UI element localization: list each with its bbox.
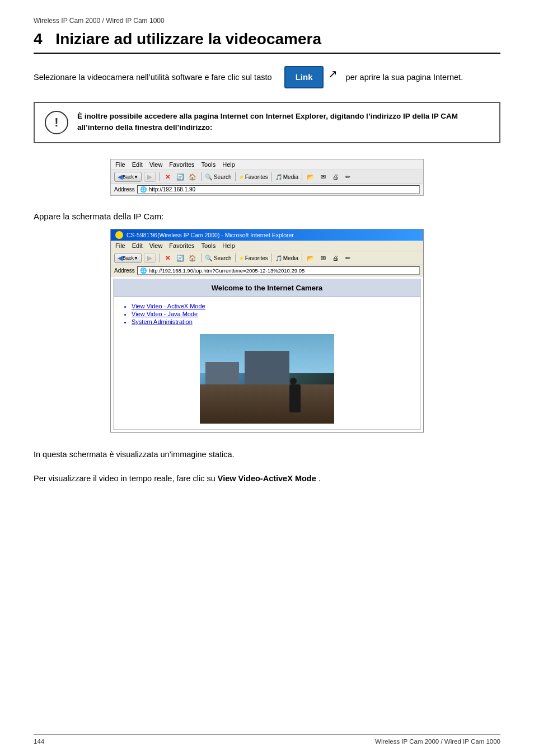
menu-view-2[interactable]: View: [149, 242, 163, 249]
address-value-2: http://192.168.1.90/top.htm?Currenttime=…: [149, 267, 305, 274]
chapter-title-text: Iniziare ad utilizzare la videocamera: [55, 30, 321, 48]
print-icon[interactable]: 🖨: [330, 172, 340, 182]
camera-image: [200, 334, 334, 424]
person-body: [289, 384, 301, 412]
link-button[interactable]: Link: [284, 66, 324, 88]
back-button-2[interactable]: ◀ Back ▼: [114, 253, 142, 263]
chapter-title: 4 Iniziare ad utilizzare la videocamera: [34, 30, 500, 54]
history-icon-2[interactable]: 📂: [306, 253, 316, 263]
paragraph-2: Per visualizzare il video in tempo reale…: [34, 472, 500, 485]
menu-view[interactable]: View: [149, 161, 163, 168]
browser-simple-menubar: File Edit View Favorites Tools Help: [111, 159, 423, 170]
browser-full-toolbar: ◀ Back ▼ ▶ ✕ 🔄 🏠 🔍 Search ★ Favorites: [111, 251, 423, 265]
note-box: ! È inoltre possibile accedere alla pagi…: [34, 102, 500, 143]
sep-c: [235, 253, 236, 262]
intro-before-button: Selezionare la videocamera nell’utilità …: [34, 73, 272, 82]
menu-edit[interactable]: Edit: [132, 161, 143, 168]
camera-links-list: View Video - ActiveX Mode View Video - J…: [121, 303, 413, 325]
stop-button[interactable]: ✕: [163, 172, 173, 182]
link-admin[interactable]: System Administration: [132, 318, 413, 325]
print-icon-2[interactable]: 🖨: [330, 253, 340, 263]
title-bar: CS-5981'96(Wireless IP Cam 2000) - Micro…: [111, 229, 423, 241]
intro-row: Selezionare la videocamera nell’utilità …: [34, 66, 500, 88]
edit-icon[interactable]: ✏: [343, 172, 353, 182]
intro-text: Selezionare la videocamera nell’utilità …: [34, 66, 500, 88]
search-toolbar-button-2[interactable]: 🔍 Search: [205, 255, 232, 262]
separator-2: [201, 172, 202, 181]
favorites-label: Favorites: [245, 174, 268, 180]
camera-image-inner: [200, 334, 334, 424]
search-toolbar-button[interactable]: 🔍 Search: [205, 173, 232, 181]
sep-b: [201, 253, 202, 262]
edit-icon-2[interactable]: ✏: [343, 253, 353, 263]
search-icon-2: 🔍: [205, 255, 213, 262]
menu-help[interactable]: Help: [222, 161, 235, 168]
media-label: Media: [283, 174, 298, 180]
media-toolbar-button[interactable]: 🎵 Media: [275, 174, 298, 180]
page-icon-2: 🌐: [140, 267, 147, 274]
address-field[interactable]: 🌐 http://192.168.1.90: [137, 185, 420, 194]
refresh-button-2[interactable]: 🔄: [175, 253, 185, 263]
cursor-icon: ↗: [328, 65, 338, 83]
footer-doc-title: Wireless IP Cam 2000 / Wired IP Cam 1000: [375, 738, 500, 745]
home-button-2[interactable]: 🏠: [188, 253, 198, 263]
camera-header: Welcome to the Internet Camera: [114, 279, 420, 297]
search-label: Search: [214, 174, 232, 180]
footer-page-number: 144: [34, 738, 44, 745]
separator-1: [159, 172, 160, 181]
menu-file-2[interactable]: File: [115, 242, 125, 249]
refresh-button[interactable]: 🔄: [175, 172, 185, 182]
person-head: [290, 378, 297, 384]
menu-favorites[interactable]: Favorites: [169, 161, 194, 168]
chapter-number: 4: [34, 30, 43, 48]
media-icon: 🎵: [275, 174, 282, 180]
menu-tools[interactable]: Tools: [202, 161, 216, 168]
media-toolbar-button-2[interactable]: 🎵 Media: [275, 255, 298, 261]
browser-full-menubar: File Edit View Favorites Tools Help: [111, 241, 423, 251]
browser-simple: File Edit View Favorites Tools Help ◀ Ba…: [110, 159, 424, 196]
browser-simple-toolbar: ◀ Back ▼ ▶ ✕ 🔄 🏠 🔍 Search: [111, 170, 423, 184]
menu-help-2[interactable]: Help: [222, 242, 235, 249]
link-activex[interactable]: View Video - ActiveX Mode: [132, 303, 413, 309]
menu-edit-2[interactable]: Edit: [132, 242, 143, 249]
media-label-2: Media: [283, 255, 298, 261]
favorites-label-2: Favorites: [245, 255, 268, 261]
browser-simple-addressbar: Address 🌐 http://192.168.1.90: [111, 184, 423, 195]
top-label: Wireless IP Cam 2000 / Wired IP Cam 1000: [34, 17, 500, 25]
back-button[interactable]: ◀ Back ▼: [114, 172, 142, 182]
stop-button-2[interactable]: ✕: [163, 253, 173, 263]
browser-title: CS-5981'96(Wireless IP Cam 2000) - Micro…: [127, 232, 294, 238]
media-icon-2: 🎵: [275, 255, 282, 261]
favorites-toolbar-button[interactable]: ★ Favorites: [239, 174, 268, 180]
page-icon: 🌐: [140, 186, 147, 192]
ground-bg: [200, 384, 334, 424]
forward-button[interactable]: ▶: [144, 172, 156, 182]
link-button-wrap: Link ↗: [284, 66, 334, 88]
link-java[interactable]: View Video - Java Mode: [132, 311, 413, 317]
sep-a: [159, 253, 160, 262]
search-icon: 🔍: [205, 173, 213, 181]
browser-full: CS-5981'96(Wireless IP Cam 2000) - Micro…: [110, 229, 424, 433]
para2-bold: View Video-ActiveX Mode: [218, 474, 316, 483]
address-field-2[interactable]: 🌐 http://192.168.1.90/top.htm?Currenttim…: [137, 266, 420, 275]
address-label-2: Address: [114, 267, 135, 274]
para2-before: Per visualizzare il video in tempo reale…: [34, 474, 218, 483]
mail-icon[interactable]: ✉: [318, 172, 328, 182]
page: Wireless IP Cam 2000 / Wired IP Cam 1000…: [0, 0, 534, 756]
sep-d: [271, 253, 272, 262]
favorites-toolbar-button-2[interactable]: ★ Favorites: [239, 255, 268, 261]
camera-links: View Video - ActiveX Mode View Video - J…: [114, 297, 420, 332]
note-text: È inoltre possibile accedere alla pagina…: [77, 111, 489, 134]
menu-favorites-2[interactable]: Favorites: [169, 242, 194, 249]
menu-file[interactable]: File: [115, 161, 125, 168]
history-icon[interactable]: 📂: [306, 172, 316, 182]
browser-full-addressbar: Address 🌐 http://192.168.1.90/top.htm?Cu…: [111, 265, 423, 276]
forward-button-2[interactable]: ▶: [144, 253, 156, 263]
mail-icon-2[interactable]: ✉: [318, 253, 328, 263]
warning-icon: !: [45, 111, 68, 134]
camera-content: Welcome to the Internet Camera View Vide…: [113, 279, 421, 430]
menu-tools-2[interactable]: Tools: [202, 242, 216, 249]
address-label: Address: [114, 186, 135, 192]
home-button[interactable]: 🏠: [188, 172, 198, 182]
star-icon: ★: [239, 174, 244, 180]
